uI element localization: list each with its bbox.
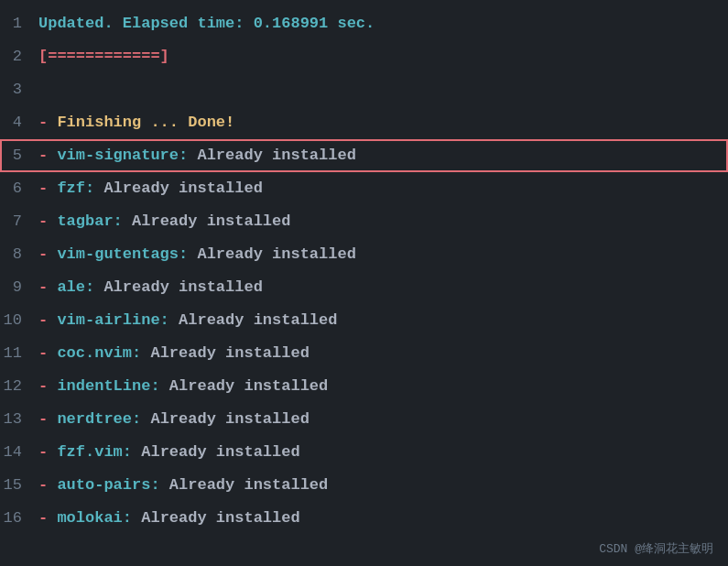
text-part: [============] — [38, 48, 169, 65]
text-part: - — [38, 180, 57, 197]
line-content: - Finishing ... Done! — [33, 106, 728, 139]
text-part: nerdtree: — [57, 410, 141, 428]
code-line: 9- ale: Already installed — [0, 271, 728, 304]
code-line: 3 — [0, 73, 728, 106]
lines-wrapper: 1Updated. Elapsed time: 0.168991 sec.2[=… — [0, 7, 728, 535]
text-part: - — [38, 311, 57, 329]
code-line: 15- auto-pairs: Already installed — [0, 469, 728, 502]
text-part: Already installed — [188, 147, 356, 164]
line-number: 6 — [0, 172, 33, 205]
line-content: - indentLine: Already installed — [33, 370, 728, 403]
code-line: 12- indentLine: Already installed — [0, 370, 728, 403]
line-number: 2 — [0, 40, 33, 73]
text-part: - — [38, 114, 57, 131]
line-number: 3 — [0, 73, 33, 106]
code-line: 4- Finishing ... Done! — [0, 106, 728, 139]
text-part: Already installed — [132, 509, 300, 527]
line-number: 4 — [0, 106, 33, 139]
code-line: 7- tagbar: Already installed — [0, 205, 728, 238]
line-content: - vim-signature: Already installed — [33, 139, 728, 172]
text-part: Already installed — [141, 344, 310, 362]
text-part: - — [38, 344, 57, 362]
text-part: - — [38, 278, 57, 296]
code-line: 11- coc.nvim: Already installed — [0, 337, 728, 370]
text-part: Already installed — [160, 377, 329, 395]
text-part: - — [38, 212, 57, 230]
line-content: - fzf.vim: Already installed — [33, 436, 728, 469]
line-content: - molokai: Already installed — [33, 502, 728, 535]
code-line: 5- vim-signature: Already installed — [0, 139, 728, 172]
text-part: indentLine: — [57, 377, 159, 395]
text-part: auto-pairs: — [57, 476, 159, 494]
text-part: Updated. Elapsed time: 0.168991 sec. — [38, 15, 375, 32]
text-part: - — [38, 410, 57, 428]
text-part: vim-signature: — [57, 147, 188, 164]
code-line: 14- fzf.vim: Already installed — [0, 436, 728, 469]
text-part: Already installed — [141, 410, 310, 428]
text-part: - — [38, 443, 57, 461]
text-part: fzf: — [57, 180, 94, 197]
line-number: 14 — [0, 436, 33, 469]
text-part: Already installed — [132, 443, 300, 461]
text-part: Already installed — [94, 180, 263, 197]
text-part: - — [38, 509, 57, 527]
line-content: - coc.nvim: Already installed — [33, 337, 728, 370]
text-part: - — [38, 377, 57, 395]
line-number: 12 — [0, 370, 33, 403]
code-line: 1Updated. Elapsed time: 0.168991 sec. — [0, 7, 728, 40]
line-number: 16 — [0, 502, 33, 535]
line-number: 15 — [0, 469, 33, 502]
text-part: - — [38, 476, 57, 494]
line-content: [============] — [33, 40, 728, 73]
code-line: 6- fzf: Already installed — [0, 172, 728, 205]
text-part: vim-airline: — [57, 311, 168, 329]
code-line: 8- vim-gutentags: Already installed — [0, 238, 728, 271]
text-part: - — [38, 245, 57, 263]
code-line: 2[============] — [0, 40, 728, 73]
text-part: Already installed — [188, 245, 356, 263]
text-part: Already installed — [160, 476, 329, 494]
line-number: 10 — [0, 304, 33, 337]
line-content: - vim-airline: Already installed — [33, 304, 728, 337]
text-part: vim-gutentags: — [57, 245, 188, 263]
line-content: Updated. Elapsed time: 0.168991 sec. — [33, 7, 728, 40]
line-number: 9 — [0, 271, 33, 304]
editor-container: 1Updated. Elapsed time: 0.168991 sec.2[=… — [0, 0, 728, 566]
line-content: - fzf: Already installed — [33, 172, 728, 205]
text-part: Already installed — [94, 278, 263, 296]
text-part: molokai: — [57, 509, 132, 527]
line-content: - tagbar: Already installed — [33, 205, 728, 238]
line-number: 7 — [0, 205, 33, 238]
line-number: 13 — [0, 403, 33, 436]
text-part: fzf.vim: — [57, 443, 132, 461]
line-number: 5 — [0, 139, 33, 172]
code-line: 16- molokai: Already installed — [0, 502, 728, 535]
line-content: - ale: Already installed — [33, 271, 728, 304]
text-part: Finishing ... Done! — [57, 114, 234, 131]
line-number: 8 — [0, 238, 33, 271]
line-number: 11 — [0, 337, 33, 370]
code-line: 10- vim-airline: Already installed — [0, 304, 728, 337]
text-part: Already installed — [169, 311, 338, 329]
line-content: - auto-pairs: Already installed — [33, 469, 728, 502]
text-part: tagbar: — [57, 212, 122, 230]
text-part: coc.nvim: — [57, 344, 141, 362]
text-part: Already installed — [123, 212, 291, 230]
line-number: 1 — [0, 7, 33, 40]
watermark: CSDN @绛洞花主敏明 — [599, 540, 713, 557]
text-part: ale: — [57, 278, 94, 296]
text-part: - — [38, 147, 57, 164]
line-content: - vim-gutentags: Already installed — [33, 238, 728, 271]
line-content: - nerdtree: Already installed — [33, 403, 728, 436]
code-line: 13- nerdtree: Already installed — [0, 403, 728, 436]
